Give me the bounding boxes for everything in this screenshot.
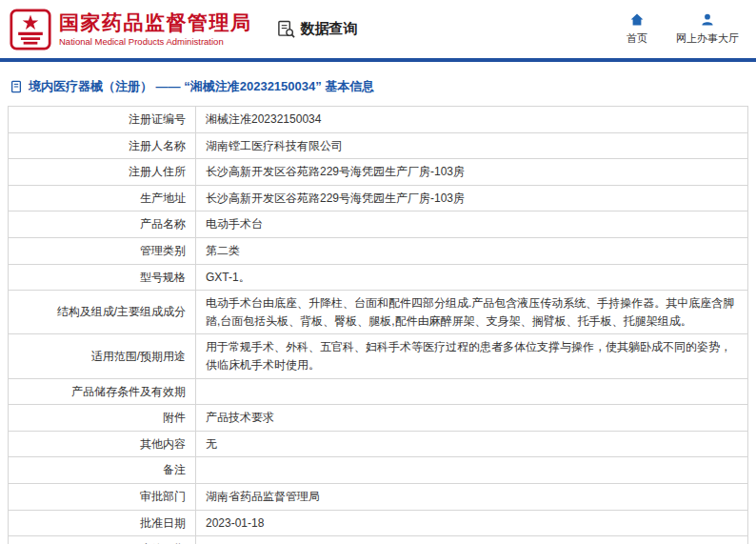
row-label: 注册证编号 — [9, 107, 196, 133]
row-label: 注册人住所 — [9, 159, 196, 186]
table-row: 注册人名称湖南镗工医疗科技有限公司 — [9, 132, 748, 159]
table-row: 注册人住所长沙高新开发区谷苑路229号海凭园生产厂房-103房 — [9, 159, 748, 186]
row-value: 产品技术要求 — [196, 405, 748, 432]
table-row: 产品储存条件及有效期 — [9, 378, 748, 405]
data-query-title: 数据查询 — [277, 20, 358, 38]
row-label: 产品储存条件及有效期 — [9, 378, 196, 405]
row-label: 其他内容 — [9, 431, 196, 457]
agency-name: 国家药品监督管理局 National Medical Products Admi… — [59, 11, 252, 47]
table-row: 型号规格GXT-1。 — [9, 264, 748, 291]
row-value: 电动手术台 — [196, 212, 748, 238]
table-row: 产品名称电动手术台 — [9, 212, 748, 238]
nav-service-hall[interactable]: 网上办事大厅 — [676, 12, 739, 46]
page-header: 国家药品监督管理局 National Medical Products Admi… — [0, 0, 756, 58]
table-row: 其他内容无 — [9, 431, 748, 457]
national-emblem-icon — [10, 9, 51, 50]
breadcrumb: 境内医疗器械（注册） —— “湘械注准20232150034” 基本信息 — [0, 62, 756, 106]
row-value: 湘械注准20232150034 — [196, 107, 748, 133]
nav-home[interactable]: 首页 — [627, 12, 647, 46]
row-label: 结构及组成/主要组成成分 — [9, 291, 196, 334]
table-row: 备注 — [9, 457, 748, 484]
row-value: 长沙高新开发区谷苑路229号海凭园生产厂房-103房 — [196, 159, 748, 186]
table-row: 批准日期2023-01-18 — [9, 510, 748, 536]
row-value: 2023-01-18 — [196, 510, 748, 536]
home-icon — [629, 12, 645, 28]
table-row: 结构及组成/主要组成成分电动手术台由底座、升降柱、台面和配件四部分组成.产品包含… — [9, 291, 748, 334]
row-value: 电动手术台由底座、升降柱、台面和配件四部分组成.产品包含液压传动系统、手持操作器… — [196, 291, 748, 334]
table-row: 附件产品技术要求 — [9, 405, 748, 432]
table-row: 适用范围/预期用途用于常规手术、外科、五官科、妇科手术等医疗过程的患者多体位支撑… — [9, 334, 748, 378]
row-value: 长沙高新开发区谷苑路229号海凭园生产厂房-103房 — [196, 185, 748, 212]
row-value: 无 — [196, 431, 748, 457]
registration-info-table: 注册证编号湘械注准20232150034注册人名称湖南镗工医疗科技有限公司注册人… — [8, 106, 748, 544]
row-label: 生产地址 — [9, 185, 196, 212]
nav-service-hall-label: 网上办事大厅 — [676, 31, 739, 46]
row-value: 2023-01-18 — [196, 536, 748, 544]
row-label: 适用范围/预期用途 — [9, 334, 196, 378]
document-search-icon — [277, 20, 295, 38]
row-label: 生效日期 — [9, 536, 196, 544]
top-nav: 首页 网上办事大厅 — [627, 12, 739, 46]
document-icon — [10, 80, 23, 93]
data-query-label: 数据查询 — [301, 20, 358, 38]
table-row: 审批部门湖南省药品监督管理局 — [9, 483, 748, 510]
row-label: 附件 — [9, 405, 196, 432]
row-value: 用于常规手术、外科、五官科、妇科手术等医疗过程的患者多体位支撑与操作，使其躺卧成… — [196, 334, 748, 378]
table-row: 注册证编号湘械注准20232150034 — [9, 107, 748, 133]
row-label: 产品名称 — [9, 212, 196, 238]
agency-brand: 国家药品监督管理局 National Medical Products Admi… — [10, 9, 252, 50]
row-label: 备注 — [9, 457, 196, 484]
info-table-body: 注册证编号湘械注准20232150034注册人名称湖南镗工医疗科技有限公司注册人… — [9, 107, 748, 544]
row-label: 注册人名称 — [9, 132, 196, 159]
breadcrumb-text: 境内医疗器械（注册） —— “湘械注准20232150034” 基本信息 — [29, 78, 374, 95]
row-value: GXT-1。 — [196, 264, 748, 291]
row-value — [196, 378, 748, 405]
person-icon — [700, 12, 715, 28]
nav-home-label: 首页 — [627, 31, 647, 46]
agency-name-en: National Medical Products Administration — [59, 36, 252, 47]
agency-name-cn: 国家药品监督管理局 — [59, 11, 252, 34]
row-value: 第二类 — [196, 237, 748, 264]
row-value: 湖南镗工医疗科技有限公司 — [196, 132, 748, 159]
row-label: 型号规格 — [9, 264, 196, 291]
table-row: 管理类别第二类 — [9, 237, 748, 264]
row-label: 审批部门 — [9, 483, 196, 510]
row-label: 管理类别 — [9, 237, 196, 264]
table-row: 生效日期2023-01-18 — [9, 536, 748, 544]
row-value — [196, 457, 748, 484]
row-value: 湖南省药品监督管理局 — [196, 483, 748, 510]
table-row: 生产地址长沙高新开发区谷苑路229号海凭园生产厂房-103房 — [9, 185, 748, 212]
row-label: 批准日期 — [9, 510, 196, 536]
